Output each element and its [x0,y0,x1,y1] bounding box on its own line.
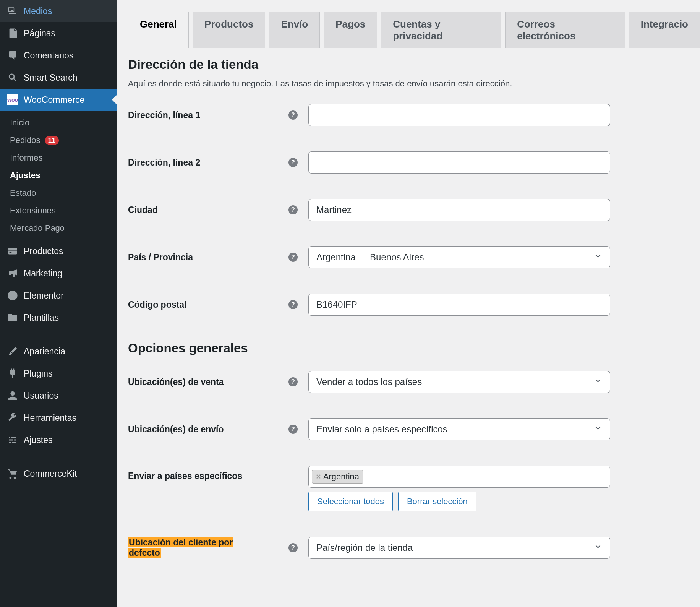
cart-icon [7,468,18,479]
help-icon[interactable]: ? [288,377,298,386]
sidebar-item-label: WooCommerce [24,95,84,105]
label-default-location: Ubicación del cliente por defecto [128,537,288,558]
help-icon[interactable]: ? [288,253,298,262]
user-icon [7,390,18,401]
input-city[interactable] [308,199,610,221]
help-icon[interactable]: ? [288,425,298,434]
chip-label: Argentina [323,472,359,482]
submenu-extensiones[interactable]: Extensiones [0,202,117,219]
help-icon[interactable]: ? [288,158,298,167]
sidebar-item-label: Comentarios [24,50,73,61]
sidebar-item-commercekit[interactable]: CommerceKit [0,463,117,485]
sidebar-item-label: Productos [24,246,63,256]
row-city: Ciudad ? [128,199,700,221]
input-address-2[interactable] [308,151,610,174]
help-icon[interactable]: ? [288,110,298,120]
select-value: País/región de la tienda [316,542,413,553]
sidebar-item-comentarios[interactable]: Comentarios [0,44,117,67]
sidebar-item-plugins[interactable]: Plugins [0,362,117,385]
help-icon[interactable]: ? [288,543,298,552]
sidebar-item-elementor[interactable]: Elementor [0,284,117,307]
submenu-mercadopago[interactable]: Mercado Pago [0,219,117,237]
megaphone-icon [7,268,18,279]
tab-general[interactable]: General [128,12,189,48]
row-country: País / Provincia ? Argentina — Buenos Ai… [128,246,700,268]
remove-chip-icon[interactable]: × [316,472,321,482]
chevron-down-icon [594,252,602,263]
input-address-1[interactable] [308,104,610,126]
submenu-label: Ajustes [10,170,40,180]
sidebar-item-label: Plugins [24,368,52,379]
pages-icon [7,28,18,39]
general-options-title: Opciones generales [128,341,700,355]
sidebar-item-label: Marketing [24,268,62,279]
submenu-label: Pedidos [10,135,41,145]
help-icon[interactable]: ? [288,205,298,214]
tab-cuentas[interactable]: Cuentas y privacidad [381,12,501,48]
input-postal[interactable] [308,294,610,316]
sidebar-item-plantillas[interactable]: Plantillas [0,307,117,329]
sidebar-item-smart-search[interactable]: Smart Search [0,67,117,89]
sidebar-item-productos[interactable]: Productos [0,240,117,262]
sidebar-item-paginas[interactable]: Páginas [0,22,117,44]
sidebar-item-usuarios[interactable]: Usuarios [0,385,117,407]
orders-badge: 11 [45,136,59,145]
label-ship-specific: Enviar a países específicos [128,466,288,481]
select-all-button[interactable]: Seleccionar todos [308,492,393,511]
submenu-inicio[interactable]: Inicio [0,114,117,131]
tab-envio[interactable]: Envío [269,12,320,48]
sidebar-item-medios[interactable]: Medios [0,0,117,22]
sidebar-item-woocommerce[interactable]: woo WooCommerce [0,89,117,111]
folder-icon [7,312,18,323]
select-country[interactable]: Argentina — Buenos Aires [308,246,610,268]
sidebar-item-label: Herramientas [24,413,76,423]
sidebar-item-ajustes[interactable]: Ajustes [0,429,117,451]
highlighted-text-1: Ubicación del cliente por [128,537,233,547]
chevron-down-icon [594,542,602,553]
select-sell-location[interactable]: Vender a todos los países [308,371,610,393]
submenu-ajustes[interactable]: Ajustes [0,167,117,184]
multiselect-ship-countries[interactable]: × Argentina [308,466,610,488]
woocommerce-icon: woo [7,94,18,105]
sidebar-item-herramientas[interactable]: Herramientas [0,407,117,429]
sidebar-item-label: Elementor [24,291,64,301]
store-address-desc: Aquí es donde está situado tu negocio. L… [128,79,700,89]
select-ship-location[interactable]: Enviar solo a países específicos [308,418,610,440]
submenu-label: Informes [10,153,43,163]
sidebar-item-marketing[interactable]: Marketing [0,262,117,284]
brush-icon [7,346,18,357]
submenu-label: Inicio [10,118,29,128]
submenu-label: Mercado Pago [10,223,65,233]
row-postal: Código postal ? [128,294,700,316]
sidebar-item-label: Apariencia [24,346,65,357]
tab-productos[interactable]: Productos [193,12,266,48]
select-default-location[interactable]: País/región de la tienda [308,537,610,559]
label-address-1: Dirección, línea 1 [128,110,288,120]
label-postal: Código postal [128,300,288,310]
country-chip: × Argentina [312,470,363,484]
label-country: País / Provincia [128,252,288,263]
admin-sidebar: Medios Páginas Comentarios Smart Search … [0,0,117,607]
tab-pagos[interactable]: Pagos [324,12,377,48]
row-address-2: Dirección, línea 2 ? [128,151,700,174]
tab-correos[interactable]: Correos electrónicos [505,12,625,48]
submenu-label: Extensiones [10,206,56,216]
sidebar-item-label: Páginas [24,28,55,39]
submenu-informes[interactable]: Informes [0,149,117,167]
submenu-pedidos[interactable]: Pedidos 11 [0,131,117,149]
tab-integracion[interactable]: Integracio [629,12,700,48]
help-icon[interactable]: ? [288,300,298,309]
search-icon [7,72,18,83]
row-address-1: Dirección, línea 1 ? [128,104,700,126]
sidebar-item-apariencia[interactable]: Apariencia [0,340,117,362]
clear-selection-button[interactable]: Borrar selección [398,492,476,511]
sidebar-item-label: Smart Search [24,73,78,83]
row-sell-location: Ubicación(es) de venta ? Vender a todos … [128,371,700,393]
products-icon [7,245,18,257]
plugin-icon [7,368,18,379]
media-icon [7,5,18,17]
select-value: Vender a todos los países [316,377,422,387]
wrench-icon [7,412,18,424]
submenu-estado[interactable]: Estado [0,184,117,202]
sidebar-item-label: Ajustes [24,435,52,445]
